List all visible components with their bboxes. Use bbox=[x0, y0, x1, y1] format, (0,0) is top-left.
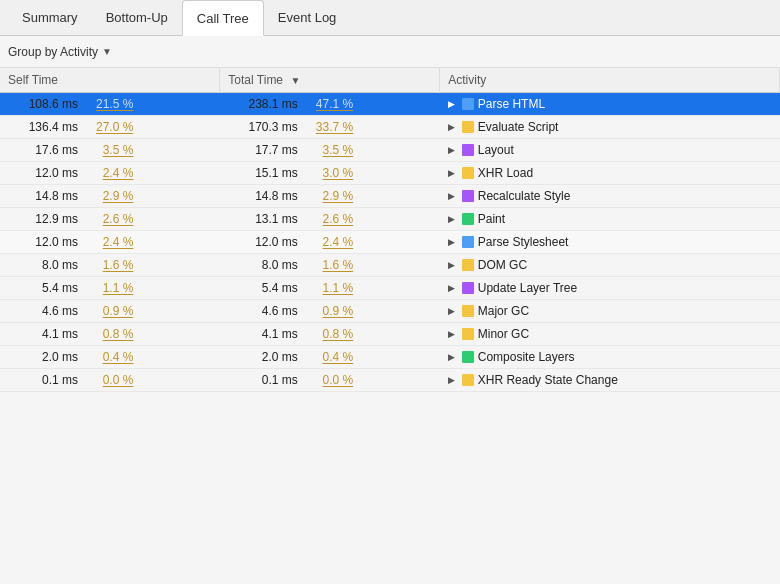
activity-cell: ▶ Major GC bbox=[440, 300, 780, 323]
activity-cell: ▶ Minor GC bbox=[440, 323, 780, 346]
activity-color-icon bbox=[462, 144, 474, 156]
total-time-cell: 17.7 ms 3.5 % bbox=[220, 139, 440, 162]
table-row[interactable]: 136.4 ms 27.0 % 170.3 ms 33.7 % ▶ Evalua… bbox=[0, 116, 780, 139]
activity-color-icon bbox=[462, 98, 474, 110]
activity-cell: ▶ DOM GC bbox=[440, 254, 780, 277]
performance-table: Self Time Total Time ▼ Activity 108.6 ms… bbox=[0, 68, 780, 392]
total-time-cell: 4.6 ms 0.9 % bbox=[220, 300, 440, 323]
expand-arrow-icon[interactable]: ▶ bbox=[448, 329, 458, 339]
table-row[interactable]: 12.0 ms 2.4 % 15.1 ms 3.0 % ▶ XHR Load bbox=[0, 162, 780, 185]
activity-color-icon bbox=[462, 121, 474, 133]
activity-cell: ▶ Composite Layers bbox=[440, 346, 780, 369]
activity-label: Major GC bbox=[478, 304, 529, 318]
table-row[interactable]: 0.1 ms 0.0 % 0.1 ms 0.0 % ▶ XHR Ready St… bbox=[0, 369, 780, 392]
activity-color-icon bbox=[462, 305, 474, 317]
tab-bar: Summary Bottom-Up Call Tree Event Log bbox=[0, 0, 780, 36]
tab-bottom-up[interactable]: Bottom-Up bbox=[92, 0, 182, 36]
activity-cell: ▶ XHR Ready State Change bbox=[440, 369, 780, 392]
activity-cell: ▶ Evaluate Script bbox=[440, 116, 780, 139]
activity-color-icon bbox=[462, 374, 474, 386]
total-time-cell: 4.1 ms 0.8 % bbox=[220, 323, 440, 346]
activity-color-icon bbox=[462, 328, 474, 340]
activity-color-icon bbox=[462, 259, 474, 271]
self-time-cell: 12.0 ms 2.4 % bbox=[0, 231, 220, 254]
expand-arrow-icon[interactable]: ▶ bbox=[448, 99, 458, 109]
total-time-cell: 238.1 ms 47.1 % bbox=[220, 93, 440, 116]
total-time-cell: 14.8 ms 2.9 % bbox=[220, 185, 440, 208]
activity-label: Parse HTML bbox=[478, 97, 545, 111]
tab-call-tree[interactable]: Call Tree bbox=[182, 0, 264, 36]
group-by-label: Group by Activity bbox=[8, 45, 98, 59]
group-by-dropdown-arrow[interactable]: ▼ bbox=[102, 46, 112, 57]
activity-label: DOM GC bbox=[478, 258, 527, 272]
expand-arrow-icon[interactable]: ▶ bbox=[448, 145, 458, 155]
activity-label: Layout bbox=[478, 143, 514, 157]
self-time-cell: 12.0 ms 2.4 % bbox=[0, 162, 220, 185]
total-time-cell: 0.1 ms 0.0 % bbox=[220, 369, 440, 392]
activity-label: Update Layer Tree bbox=[478, 281, 577, 295]
activity-color-icon bbox=[462, 351, 474, 363]
self-time-cell: 4.1 ms 0.8 % bbox=[0, 323, 220, 346]
expand-arrow-icon[interactable]: ▶ bbox=[448, 122, 458, 132]
table-row[interactable]: 2.0 ms 0.4 % 2.0 ms 0.4 % ▶ Composite La… bbox=[0, 346, 780, 369]
table-row[interactable]: 12.0 ms 2.4 % 12.0 ms 2.4 % ▶ Parse Styl… bbox=[0, 231, 780, 254]
activity-cell: ▶ Parse Stylesheet bbox=[440, 231, 780, 254]
activity-color-icon bbox=[462, 190, 474, 202]
self-time-cell: 5.4 ms 1.1 % bbox=[0, 277, 220, 300]
activity-label: Evaluate Script bbox=[478, 120, 559, 134]
expand-arrow-icon[interactable]: ▶ bbox=[448, 237, 458, 247]
total-time-cell: 15.1 ms 3.0 % bbox=[220, 162, 440, 185]
toolbar: Group by Activity ▼ bbox=[0, 36, 780, 68]
total-time-cell: 12.0 ms 2.4 % bbox=[220, 231, 440, 254]
expand-arrow-icon[interactable]: ▶ bbox=[448, 214, 458, 224]
activity-color-icon bbox=[462, 236, 474, 248]
self-time-cell: 0.1 ms 0.0 % bbox=[0, 369, 220, 392]
table-row[interactable]: 4.1 ms 0.8 % 4.1 ms 0.8 % ▶ Minor GC bbox=[0, 323, 780, 346]
tab-event-log[interactable]: Event Log bbox=[264, 0, 351, 36]
self-time-cell: 2.0 ms 0.4 % bbox=[0, 346, 220, 369]
table-row[interactable]: 12.9 ms 2.6 % 13.1 ms 2.6 % ▶ Paint bbox=[0, 208, 780, 231]
column-total-time[interactable]: Total Time ▼ bbox=[220, 68, 440, 93]
table-header-row: Self Time Total Time ▼ Activity bbox=[0, 68, 780, 93]
table-row[interactable]: 8.0 ms 1.6 % 8.0 ms 1.6 % ▶ DOM GC bbox=[0, 254, 780, 277]
table-row[interactable]: 17.6 ms 3.5 % 17.7 ms 3.5 % ▶ Layout bbox=[0, 139, 780, 162]
activity-cell: ▶ Update Layer Tree bbox=[440, 277, 780, 300]
activity-label: Minor GC bbox=[478, 327, 529, 341]
self-time-cell: 8.0 ms 1.6 % bbox=[0, 254, 220, 277]
activity-color-icon bbox=[462, 167, 474, 179]
self-time-cell: 17.6 ms 3.5 % bbox=[0, 139, 220, 162]
activity-label: Paint bbox=[478, 212, 505, 226]
activity-label: Composite Layers bbox=[478, 350, 575, 364]
tab-summary[interactable]: Summary bbox=[8, 0, 92, 36]
self-time-cell: 108.6 ms 21.5 % bbox=[0, 93, 220, 116]
table-row[interactable]: 108.6 ms 21.5 % 238.1 ms 47.1 % ▶ Parse … bbox=[0, 93, 780, 116]
table-row[interactable]: 14.8 ms 2.9 % 14.8 ms 2.9 % ▶ Recalculat… bbox=[0, 185, 780, 208]
activity-color-icon bbox=[462, 213, 474, 225]
activity-cell: ▶ XHR Load bbox=[440, 162, 780, 185]
expand-arrow-icon[interactable]: ▶ bbox=[448, 191, 458, 201]
expand-arrow-icon[interactable]: ▶ bbox=[448, 168, 458, 178]
self-time-cell: 4.6 ms 0.9 % bbox=[0, 300, 220, 323]
expand-arrow-icon[interactable]: ▶ bbox=[448, 283, 458, 293]
table-row[interactable]: 4.6 ms 0.9 % 4.6 ms 0.9 % ▶ Major GC bbox=[0, 300, 780, 323]
activity-label: Recalculate Style bbox=[478, 189, 571, 203]
data-table-container: Self Time Total Time ▼ Activity 108.6 ms… bbox=[0, 68, 780, 392]
expand-arrow-icon[interactable]: ▶ bbox=[448, 352, 458, 362]
self-time-cell: 136.4 ms 27.0 % bbox=[0, 116, 220, 139]
table-row[interactable]: 5.4 ms 1.1 % 5.4 ms 1.1 % ▶ Update Layer… bbox=[0, 277, 780, 300]
activity-cell: ▶ Paint bbox=[440, 208, 780, 231]
expand-arrow-icon[interactable]: ▶ bbox=[448, 260, 458, 270]
activity-cell: ▶ Parse HTML bbox=[440, 93, 780, 116]
expand-arrow-icon[interactable]: ▶ bbox=[448, 375, 458, 385]
activity-label: XHR Load bbox=[478, 166, 533, 180]
activity-color-icon bbox=[462, 282, 474, 294]
activity-label: XHR Ready State Change bbox=[478, 373, 618, 387]
total-time-cell: 13.1 ms 2.6 % bbox=[220, 208, 440, 231]
self-time-cell: 12.9 ms 2.6 % bbox=[0, 208, 220, 231]
self-time-cell: 14.8 ms 2.9 % bbox=[0, 185, 220, 208]
column-self-time: Self Time bbox=[0, 68, 220, 93]
total-time-cell: 170.3 ms 33.7 % bbox=[220, 116, 440, 139]
sort-arrow-total-time: ▼ bbox=[290, 75, 300, 86]
activity-cell: ▶ Layout bbox=[440, 139, 780, 162]
expand-arrow-icon[interactable]: ▶ bbox=[448, 306, 458, 316]
